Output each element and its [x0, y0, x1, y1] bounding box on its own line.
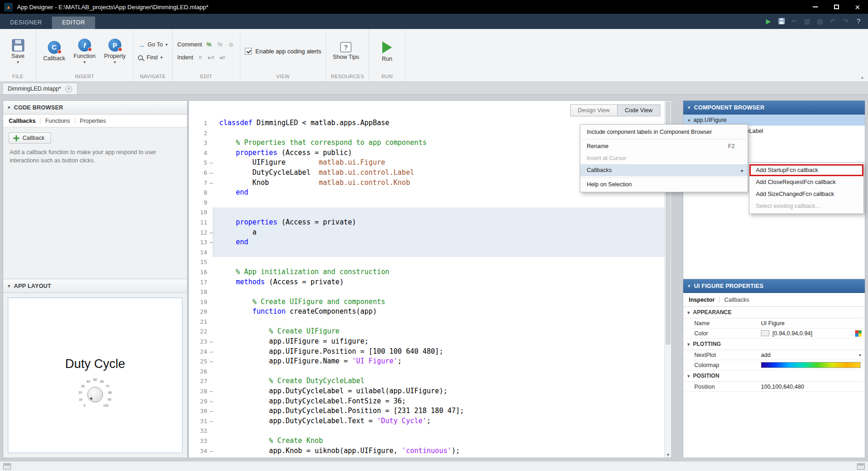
expand-caret-icon[interactable]: ▾	[688, 118, 690, 123]
breakpoint-dash[interactable]: –	[207, 446, 216, 456]
code-line-19[interactable]: 19 % Create UIFigure and components	[189, 297, 664, 307]
collapse-icon[interactable]: ▾	[688, 283, 690, 288]
code-line-29[interactable]: 29– app.DutyCycleLabel.FontSize = 36;	[189, 396, 664, 407]
collapse-icon[interactable]: ▾	[688, 105, 690, 110]
tab-inspector[interactable]: Inspector	[689, 297, 715, 303]
design-view-button[interactable]: Design View	[570, 104, 618, 116]
close-button[interactable]: ×	[847, 0, 868, 14]
quick-run-icon[interactable]: ▶	[763, 16, 774, 27]
breakpoint-dash[interactable]: –	[207, 347, 216, 357]
breakpoint-dash[interactable]: –	[207, 406, 216, 416]
code-view-button[interactable]: Code View	[618, 104, 660, 116]
collapse-icon[interactable]: ▾	[687, 373, 690, 379]
prop-row-colormap[interactable]: Colormap	[683, 360, 865, 370]
collapse-icon[interactable]: ▾	[687, 310, 690, 315]
code-line-32[interactable]: 32	[189, 426, 664, 436]
tab-designer[interactable]: DESIGNER	[0, 17, 52, 29]
prop-value[interactable]: UI Figure	[757, 320, 865, 327]
app-layout-preview[interactable]: Duty Cycle 0102030405060708090100	[8, 298, 182, 453]
prop-value[interactable]: 100,100,640,480	[757, 384, 865, 390]
breakpoint-dash[interactable]: –	[207, 396, 216, 407]
close-tab-icon[interactable]: ✕	[65, 86, 72, 92]
right-panel-grip-icon[interactable]	[857, 463, 865, 470]
breakpoint-dash[interactable]: –	[207, 178, 216, 188]
submenu-item-add-closerequestfcn-callback[interactable]: Add CloseRequestFcn callback	[749, 176, 863, 188]
code-line-27[interactable]: 27 % Create DutyCycleLabel	[189, 376, 664, 386]
code-line-10[interactable]: 10	[189, 207, 664, 218]
prop-value[interactable]	[757, 362, 865, 368]
code-line-18[interactable]: 18	[189, 287, 664, 297]
code-line-13[interactable]: 13– end	[189, 237, 664, 247]
code-line-25[interactable]: 25– app.UIFigure.Name = 'UI Figure';	[189, 356, 664, 367]
breakpoint-dash[interactable]: –	[207, 416, 216, 426]
color-swatch[interactable]	[761, 330, 769, 336]
prop-row-color[interactable]: Color[0.94,0.94,0.94]	[683, 328, 865, 339]
tab-editor[interactable]: EDITOR	[52, 17, 95, 29]
code-line-14[interactable]: 14	[189, 247, 664, 258]
properties-header[interactable]: ▾ UI FIGURE PROPERTIES	[683, 279, 865, 293]
tab-properties[interactable]: Properties	[80, 118, 106, 124]
collapse-icon[interactable]: ▾	[687, 342, 690, 347]
component-browser-header[interactable]: ▾ COMPONENT BROWSER	[683, 101, 865, 115]
prop-row-nextplot[interactable]: NextPlotadd▾	[683, 350, 865, 360]
dropdown-arrow-icon[interactable]: ▾	[859, 353, 861, 357]
code-line-9[interactable]: 9	[189, 198, 664, 208]
breakpoint-dash[interactable]: –	[207, 356, 216, 367]
save-button[interactable]: Save ▾	[5, 38, 31, 64]
insert-callback-button[interactable]: C Callback	[41, 40, 68, 63]
section-appearance[interactable]: ▾APPEARANCE	[683, 307, 865, 318]
app-layout-header[interactable]: ▾ APP LAYOUT	[3, 279, 187, 293]
code-line-34[interactable]: 34– app.Knob = uiknob(app.UIFigure, 'con…	[189, 446, 664, 456]
collapse-icon[interactable]: ▾	[8, 283, 10, 288]
tab-functions[interactable]: Functions	[45, 118, 70, 124]
code-line-23[interactable]: 23– app.UIFigure = uifigure;	[189, 337, 664, 347]
document-tab[interactable]: DimmingLED.mlapp* ✕	[2, 83, 78, 94]
collapse-ribbon-icon[interactable]: ▴	[861, 75, 863, 80]
add-callback-button[interactable]: Callback	[9, 132, 51, 144]
section-position[interactable]: ▾POSITION	[683, 370, 865, 382]
submenu-item-add-sizechangedfcn-callback[interactable]: Add SizeChangedFcn callback	[749, 188, 863, 200]
prop-value[interactable]: [0.94,0.94,0.94]	[757, 330, 865, 337]
code-line-33[interactable]: 33 % Create Knob	[189, 436, 664, 446]
breakpoint-dash[interactable]: –	[207, 158, 216, 168]
breakpoint-dash[interactable]: –	[207, 237, 216, 247]
scroll-down-icon[interactable]: ▼	[665, 453, 671, 457]
breakpoint-dash[interactable]: –	[207, 386, 216, 396]
goto-button[interactable]: → Go To ▾	[138, 40, 168, 50]
find-button[interactable]: Find ▾	[138, 52, 163, 63]
code-line-31[interactable]: 31– app.DutyCycleLabel.Text = 'Duty Cycl…	[189, 416, 664, 426]
code-line-12[interactable]: 12– a	[189, 228, 664, 238]
prop-value[interactable]: add▾	[757, 352, 865, 358]
coding-alerts-checkbox[interactable]	[245, 48, 252, 55]
code-line-26[interactable]: 26	[189, 367, 664, 377]
code-line-20[interactable]: 20 function createComponents(app)	[189, 307, 664, 317]
code-line-15[interactable]: 15	[189, 257, 664, 267]
code-browser-header[interactable]: ▾ CODE BROWSER	[3, 101, 187, 115]
code-line-30[interactable]: 30– app.DutyCycleLabel.Position = [231 2…	[189, 406, 664, 416]
tab-callbacks[interactable]: Callbacks	[9, 118, 35, 124]
quick-help-icon[interactable]: ?	[853, 16, 864, 27]
breakpoint-dash[interactable]: –	[207, 228, 216, 238]
tab-insp-callbacks[interactable]: Callbacks	[724, 297, 749, 303]
comment-icon[interactable]: %	[205, 41, 213, 48]
run-button[interactable]: Run	[374, 40, 400, 63]
breakpoint-dash[interactable]: –	[207, 168, 216, 178]
insert-property-button[interactable]: P Property ▾	[102, 38, 128, 64]
code-line-21[interactable]: 21	[189, 317, 664, 327]
collapse-icon[interactable]: ▾	[8, 105, 10, 110]
menu-item-callbacks[interactable]: Callbacks▸	[580, 164, 748, 176]
code-line-22[interactable]: 22 % Create UIFigure	[189, 327, 664, 337]
quick-save-icon[interactable]	[776, 16, 787, 27]
colormap-gradient[interactable]	[761, 362, 861, 368]
code-line-16[interactable]: 16 % App initialization and construction	[189, 267, 664, 277]
section-plotting[interactable]: ▾PLOTTING	[683, 339, 865, 350]
menu-item-include-component-labels-in-component-browser[interactable]: Include component labels in Component Br…	[580, 126, 748, 138]
menu-item-help-on-selection[interactable]: Help on Selection	[580, 178, 748, 190]
insert-function-button[interactable]: f Function ▾	[71, 38, 98, 64]
menu-item-rename[interactable]: RenameF2	[580, 140, 748, 152]
submenu-item-add-startupfcn-callback[interactable]: Add StartupFcn callback	[749, 164, 863, 176]
code-line-28[interactable]: 28– app.DutyCycleLabel = uilabel(app.UIF…	[189, 386, 664, 396]
breakpoint-dash[interactable]: –	[207, 337, 216, 347]
code-line-17[interactable]: 17 methods (Access = private)	[189, 277, 664, 287]
palette-icon[interactable]	[855, 330, 862, 337]
